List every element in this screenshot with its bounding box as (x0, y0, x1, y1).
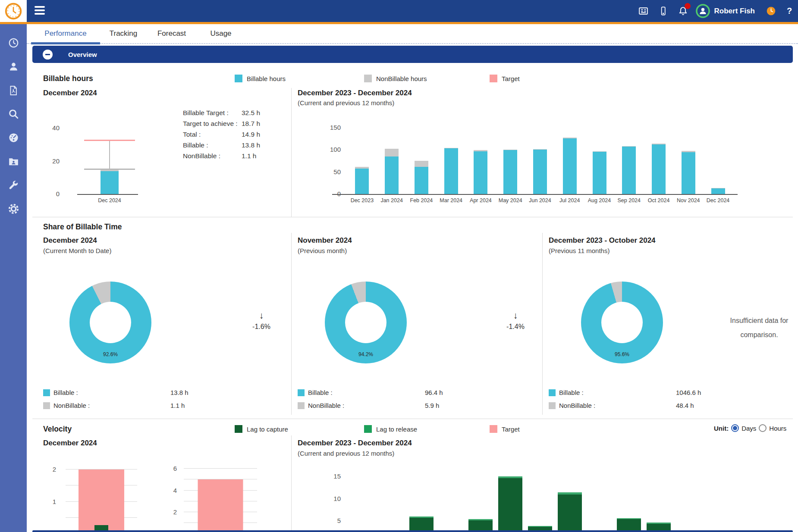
stat-label: Target to achieve : (183, 119, 238, 129)
tab-bar: Performance Tracking Forecast Usage (27, 24, 798, 44)
column-divider (291, 233, 292, 415)
target-line (84, 140, 135, 141)
bar-slot (347, 472, 377, 532)
axis-month-label: Jul 2024 (555, 197, 584, 203)
bar-slot (407, 119, 437, 194)
axis-tick-label: 4 (157, 487, 181, 494)
billable-current-chart (84, 120, 135, 194)
axis-tick-label: 20 (40, 158, 64, 165)
bar-segment (622, 147, 636, 194)
stat-label: Total : (183, 129, 238, 140)
unit-radio-hours[interactable] (759, 424, 767, 432)
news-icon[interactable] (634, 0, 653, 22)
legend-value: 48.4 h (676, 402, 694, 409)
stat-row: Target to achieve :18.7 h (183, 119, 291, 129)
legend-swatch-velocity-target (490, 425, 497, 433)
collapse-icon[interactable] (43, 50, 53, 59)
bar-segment (444, 148, 458, 194)
share-col3-donut: 95.6% (581, 282, 663, 363)
legend-value: 13.8 h (170, 389, 189, 396)
axis-month-label: Oct 2024 (644, 197, 674, 203)
tab-usage[interactable]: Usage (197, 24, 245, 44)
tab-tracking[interactable]: Tracking (100, 24, 147, 44)
y-axis: 12 (41, 454, 60, 532)
bar-row (347, 472, 733, 532)
connector-line (109, 141, 110, 169)
donut-percent-label: 94.2% (325, 351, 407, 357)
menu-button[interactable] (35, 6, 46, 16)
legend-swatch-billable (43, 389, 50, 396)
sidebar-item-tools-icon[interactable] (0, 173, 27, 197)
note-line: Insufficient data for (716, 313, 798, 328)
unit-option-hours[interactable]: Hours (769, 425, 786, 432)
help-button[interactable]: ? (781, 6, 798, 16)
bar-slot (673, 472, 703, 532)
sidebar-item-contacts-folder-icon[interactable] (0, 150, 27, 173)
notifications-bell-icon[interactable] (673, 0, 693, 22)
avatar (696, 4, 710, 18)
share-col1-donut: 92.6% (69, 282, 151, 363)
sidebar-item-search-icon[interactable] (0, 102, 27, 126)
y-axis: 51015 (319, 472, 345, 532)
legend-label-lag-capture: Lag to capture (247, 426, 288, 433)
bar-segment (385, 156, 399, 194)
sidebar-item-user-icon[interactable] (0, 55, 27, 78)
mobile-icon[interactable] (653, 0, 673, 22)
stacked-bar (558, 492, 582, 532)
legend-label-velocity-target: Target (502, 426, 520, 433)
bar-slot (436, 472, 466, 532)
sidebar-item-pdf-icon[interactable] (0, 78, 27, 102)
legend-label-lag-release: Lag to release (376, 426, 417, 433)
stat-row: Billable Target :32.5 h (183, 108, 291, 118)
bar-slot (584, 119, 614, 194)
timer-history-icon[interactable] (761, 0, 781, 22)
unit-option-days[interactable]: Days (741, 425, 756, 432)
legend-value: 5.9 h (425, 402, 439, 409)
bar-slot (614, 472, 644, 532)
velocity-current-title: December 2024 (43, 439, 97, 448)
app-logo[interactable] (0, 0, 27, 22)
stacked-bar (385, 149, 399, 194)
stacked-bar (444, 148, 458, 194)
bar-slot (496, 472, 525, 532)
stat-row: NonBillable :1.1 h (183, 151, 291, 161)
donut-hole (90, 302, 131, 343)
unit-radio-days[interactable] (731, 424, 739, 432)
axis-tick-label: 6 (157, 465, 181, 472)
overview-panel-header[interactable]: Overview (32, 46, 793, 63)
donut-percent-label: 92.6% (69, 351, 151, 357)
share-col2-donut: 94.2% (325, 282, 407, 363)
axis-tick-label: 150 (315, 124, 345, 131)
bar-slot (377, 119, 407, 194)
sidebar (0, 24, 27, 532)
legend-value: 1046.6 h (676, 389, 701, 396)
legend-label: Billable : (308, 389, 333, 396)
sidebar-item-dashboard-icon[interactable] (0, 126, 27, 150)
velocity-monthly-chart (347, 472, 733, 532)
stacked-bar (563, 138, 577, 194)
sidebar-item-time-icon[interactable] (0, 31, 27, 55)
value-bar (101, 169, 119, 194)
section-divider (32, 217, 793, 217)
tab-forecast[interactable]: Forecast (147, 24, 197, 44)
bar-slot (525, 472, 555, 532)
stacked-bar (682, 151, 695, 194)
bar-row (347, 119, 733, 194)
bar-segment (563, 138, 577, 194)
axis-month-label: Mar 2024 (436, 197, 466, 203)
tab-performance[interactable]: Performance (31, 24, 100, 44)
stat-label: Billable Target : (183, 108, 238, 118)
legend-swatch-nonbillable (298, 402, 305, 409)
bar-slot (644, 472, 674, 532)
axis-month-label: Apr 2024 (466, 197, 496, 203)
sidebar-item-settings-gear-icon[interactable] (0, 197, 27, 221)
stacked-bar (415, 161, 428, 194)
bar-slot (584, 472, 614, 532)
stacked-bar (711, 188, 725, 194)
axis-tick-label: 100 (315, 146, 345, 153)
donut-legend-row: Billable : 96.4 h (298, 389, 479, 397)
clock-logo-icon (5, 3, 22, 20)
overview-title: Overview (68, 51, 97, 58)
user-menu[interactable]: Robert Fish (693, 0, 761, 22)
stat-value: 32.5 h (242, 108, 260, 118)
